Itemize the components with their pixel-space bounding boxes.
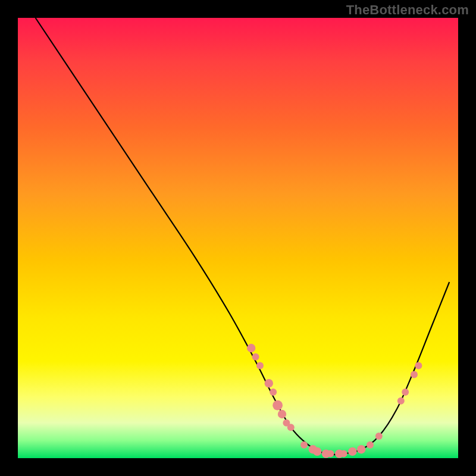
curve-marker	[313, 447, 321, 456]
curve-marker	[256, 362, 264, 369]
curve-marker	[265, 379, 273, 387]
curve-marker	[278, 410, 286, 418]
bottleneck-curve	[36, 18, 450, 455]
curve-marker	[327, 450, 334, 458]
curve-marker	[270, 389, 277, 396]
curve-marker	[415, 362, 422, 369]
curve-marker	[402, 389, 409, 396]
curve-marker	[411, 371, 418, 378]
curve-svg	[18, 18, 458, 458]
curve-marker	[247, 344, 255, 352]
curve-markers	[247, 344, 422, 458]
curve-marker	[397, 397, 405, 405]
curve-marker	[273, 400, 283, 411]
plot-area	[18, 18, 458, 458]
curve-marker	[367, 441, 374, 449]
chart-frame: TheBottleneck.com	[0, 0, 476, 476]
curve-marker	[348, 447, 356, 456]
curve-marker	[340, 450, 347, 458]
curve-marker	[375, 433, 383, 440]
curve-marker	[357, 445, 365, 453]
curve-marker	[300, 441, 308, 449]
curve-marker	[252, 353, 259, 361]
curve-marker	[287, 424, 295, 431]
attribution-text: TheBottleneck.com	[346, 2, 469, 18]
